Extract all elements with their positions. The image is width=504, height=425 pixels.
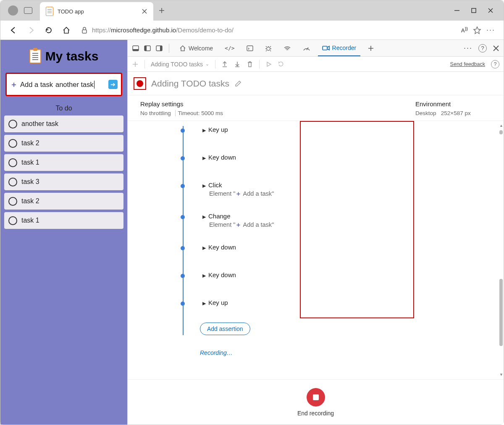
checkbox-icon[interactable] <box>8 120 17 129</box>
favorite-icon[interactable] <box>473 26 481 34</box>
add-task-placeholder: Add a task <box>20 81 53 89</box>
replay-settings-label: Replay settings <box>140 100 415 108</box>
new-tab-button[interactable] <box>364 40 378 56</box>
task-item[interactable]: another task <box>4 115 123 132</box>
expand-icon[interactable]: ▶ <box>202 183 206 188</box>
expand-icon[interactable]: ▶ <box>202 245 206 250</box>
dock-right-icon[interactable] <box>155 45 163 52</box>
step-target: Element "＋ Add a task" <box>202 190 498 198</box>
add-assertion-button[interactable]: Add assertion <box>200 323 250 335</box>
maximize-button[interactable] <box>471 8 477 13</box>
devtools-panel: Welcome </> Recorder ··· ? <box>127 40 504 425</box>
step-keyup[interactable]: ▶Key up ⋮ <box>182 299 498 311</box>
task-item[interactable]: task 1 <box>4 212 123 229</box>
svg-rect-7 <box>160 46 162 51</box>
add-task-input[interactable]: ＋ Add a task another task ➔ <box>5 73 122 96</box>
read-aloud-icon[interactable]: A)) <box>461 26 468 34</box>
submit-task-button[interactable]: ➔ <box>108 80 118 89</box>
step-dot-icon <box>181 215 185 219</box>
new-recording-button[interactable] <box>132 61 139 68</box>
record-dot-icon <box>136 80 143 87</box>
scrollbar[interactable]: ▲ ▼ <box>499 123 503 377</box>
dock-bottom-icon[interactable] <box>132 45 139 52</box>
scroll-thumb[interactable] <box>499 130 503 134</box>
url-box[interactable]: https://microsoftedge.github.io/Demos/de… <box>77 23 455 37</box>
step-keydown[interactable]: ▶Key down ⋮ <box>182 271 498 283</box>
end-recording-button[interactable] <box>307 388 325 407</box>
titlebar: TODO app <box>0 0 504 21</box>
step-keydown[interactable]: ▶Key down ⋮ <box>182 154 498 165</box>
tab-network[interactable] <box>279 40 295 56</box>
delete-button[interactable] <box>247 61 253 68</box>
tab-close-button[interactable] <box>142 8 147 14</box>
more-tools-icon[interactable]: ··· <box>464 44 472 52</box>
close-devtools-button[interactable] <box>493 45 499 52</box>
scroll-thumb[interactable] <box>499 279 503 346</box>
tab-console[interactable] <box>242 40 257 56</box>
svg-rect-3 <box>133 49 139 51</box>
scroll-down-icon[interactable]: ▼ <box>499 373 503 377</box>
checkbox-icon[interactable] <box>8 197 17 206</box>
task-item[interactable]: task 2 <box>4 193 123 210</box>
browser-tab[interactable]: TODO app <box>40 2 153 21</box>
profile-avatar[interactable] <box>8 5 18 16</box>
tab-recorder[interactable]: Recorder <box>318 40 361 56</box>
throttling-value[interactable]: No throttling <box>140 110 171 116</box>
task-item[interactable]: task 3 <box>4 173 123 190</box>
task-item[interactable]: task 1 <box>4 154 123 171</box>
timeout-value[interactable]: Timeout: 5000 ms <box>178 110 223 116</box>
step-button[interactable] <box>278 61 285 68</box>
step-change[interactable]: ▶Change Element "＋ Add a task" ⋮ <box>182 212 498 232</box>
home-button[interactable] <box>59 23 74 37</box>
tab-performance[interactable] <box>299 40 315 56</box>
import-button[interactable] <box>234 61 241 68</box>
checkbox-icon[interactable] <box>8 158 17 167</box>
expand-icon[interactable]: ▶ <box>202 128 206 133</box>
svg-point-9 <box>267 47 270 50</box>
minimize-button[interactable] <box>454 8 460 13</box>
export-button[interactable] <box>221 61 228 68</box>
recording-title-row: Adding TODO tasks <box>128 72 504 95</box>
svg-rect-5 <box>144 46 147 51</box>
todo-section-header: To do <box>55 105 72 112</box>
wifi-icon <box>284 45 291 51</box>
step-click[interactable]: ▶Click Element "＋ Add a task" ⋮ <box>182 181 498 201</box>
checkbox-icon[interactable] <box>8 216 17 225</box>
send-feedback-link[interactable]: Send feedback <box>450 61 485 67</box>
refresh-button[interactable] <box>42 23 56 37</box>
task-item[interactable]: task 2 <box>4 135 123 152</box>
replay-button[interactable] <box>265 61 272 68</box>
more-button[interactable]: ··· <box>486 26 495 34</box>
devtools-tabbar: Welcome </> Recorder ··· ? <box>128 40 504 57</box>
environment-device[interactable]: Desktop <box>415 110 436 116</box>
new-tab-button[interactable] <box>153 0 170 21</box>
expand-icon[interactable]: ▶ <box>202 301 206 306</box>
step-keydown[interactable]: ▶Key down ⋮ <box>182 244 498 255</box>
checkbox-icon[interactable] <box>8 139 17 148</box>
record-indicator[interactable] <box>134 77 146 90</box>
end-recording-section: End recording <box>128 379 504 425</box>
expand-icon[interactable]: ▶ <box>202 273 206 278</box>
tab-sources[interactable] <box>261 40 276 56</box>
scroll-up-icon[interactable]: ▲ <box>499 123 503 128</box>
tab-elements[interactable]: </> <box>220 40 239 56</box>
back-button[interactable] <box>6 23 21 37</box>
tab-welcome[interactable]: Welcome <box>175 40 217 56</box>
checkbox-icon[interactable] <box>8 178 17 186</box>
help-icon[interactable]: ? <box>478 44 487 52</box>
window-close-button[interactable] <box>488 8 494 13</box>
add-task-value: another task <box>55 81 94 89</box>
edit-icon[interactable] <box>234 80 242 87</box>
recording-selector[interactable]: Adding TODO tasks ⌄ <box>151 61 209 68</box>
step-keyup[interactable]: ▶Key up ⋮ <box>182 126 498 138</box>
workspaces-icon[interactable] <box>24 7 32 14</box>
todo-app: My tasks ＋ Add a task another task ➔ To … <box>0 40 127 425</box>
dock-left-icon[interactable] <box>144 45 151 52</box>
step-dot-icon <box>181 156 185 160</box>
code-icon: </> <box>225 45 234 51</box>
environment-dimensions: 252×587 px <box>441 110 471 116</box>
expand-icon[interactable]: ▶ <box>202 214 206 219</box>
expand-icon[interactable]: ▶ <box>202 155 206 160</box>
help-icon[interactable]: ? <box>491 60 499 68</box>
steps-timeline: ▶Key up ⋮ ▶Key down ⋮ ▶Click Element "＋ … <box>128 121 498 365</box>
